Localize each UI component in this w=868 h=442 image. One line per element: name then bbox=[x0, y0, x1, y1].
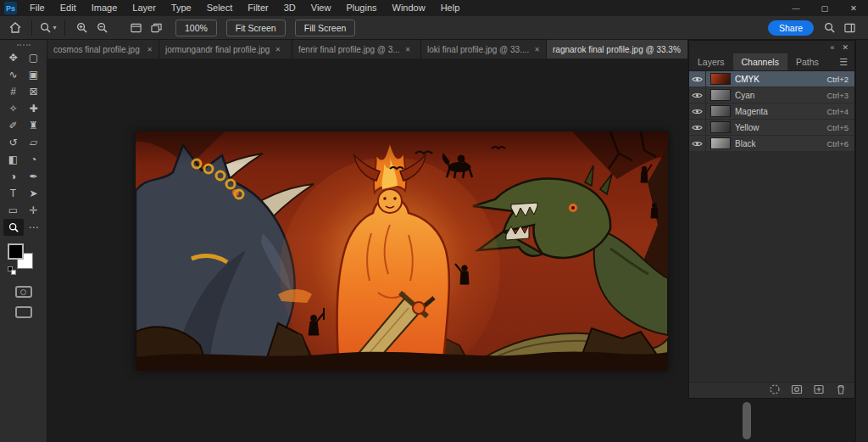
zoom-100-button[interactable]: 100% bbox=[175, 20, 217, 36]
menu-plugins[interactable]: Plugins bbox=[338, 0, 384, 16]
fit-screen-button[interactable]: Fit Screen bbox=[226, 20, 286, 36]
new-channel-button[interactable] bbox=[813, 383, 825, 397]
clone-stamp-tool[interactable]: ♜ bbox=[24, 117, 44, 134]
object-selection-tool[interactable]: ▣ bbox=[24, 66, 44, 83]
tab-close-icon[interactable]: ✕ bbox=[534, 46, 540, 53]
channel-row-cyan[interactable]: Cyan Ctrl+3 bbox=[689, 87, 854, 104]
share-button[interactable]: Share bbox=[768, 20, 814, 36]
search-button[interactable] bbox=[821, 19, 837, 37]
more-tools-button[interactable]: ⋯ bbox=[24, 219, 44, 236]
tools-grid: ✥ ▢ ∿ ▣ # ⊠ ✧ ✚ ✐ ♜ ↺ ▱ ◧ ◔ ◑ ✒ T ➤ ▭ ✛ … bbox=[0, 49, 47, 236]
dock-header: « ✕ bbox=[689, 41, 854, 53]
tab-close-icon[interactable]: ✕ bbox=[275, 46, 281, 53]
menu-window[interactable]: Window bbox=[385, 0, 433, 16]
visibility-toggle[interactable] bbox=[689, 136, 706, 151]
zoom-all-windows-button[interactable] bbox=[147, 19, 164, 37]
visibility-toggle[interactable] bbox=[689, 71, 706, 87]
vertical-scrollbar[interactable] bbox=[743, 402, 751, 439]
screen-mode-button[interactable] bbox=[15, 306, 32, 318]
eyedropper-tool[interactable]: ✧ bbox=[3, 100, 24, 117]
eye-icon bbox=[692, 124, 703, 131]
pen-tool[interactable]: ✒ bbox=[24, 168, 44, 185]
path-selection-tool[interactable]: ➤ bbox=[24, 185, 44, 202]
menu-filter[interactable]: Filter bbox=[240, 0, 275, 16]
marquee-tool[interactable]: ▢ bbox=[24, 49, 44, 66]
home-button[interactable] bbox=[7, 19, 24, 37]
blur-tool[interactable]: ◔ bbox=[24, 151, 44, 168]
type-tool[interactable]: T bbox=[3, 185, 24, 202]
default-colors-icon[interactable] bbox=[11, 270, 16, 275]
document-tab-bar: cosmos final profile.jpg @... ✕ jormunga… bbox=[47, 40, 688, 59]
tab-channels[interactable]: Channels bbox=[733, 53, 787, 70]
channel-row-yellow[interactable]: Yellow Ctrl+5 bbox=[689, 120, 854, 136]
eraser-tool[interactable]: ▱ bbox=[24, 134, 44, 151]
menu-type[interactable]: Type bbox=[164, 0, 199, 16]
resize-windows-button[interactable] bbox=[127, 19, 144, 37]
channels-panel: « ✕ Layers Channels Paths ☰ CMYK Ctrl+2 … bbox=[688, 40, 855, 399]
foreground-color-swatch[interactable] bbox=[8, 243, 24, 260]
save-selection-button[interactable] bbox=[791, 383, 803, 397]
menu-edit[interactable]: Edit bbox=[53, 0, 84, 16]
channel-name: Yellow bbox=[735, 123, 826, 132]
tab-loki[interactable]: loki final profile.jpg @ 33.... ✕ bbox=[421, 40, 547, 59]
shape-tool[interactable]: ▭ bbox=[3, 202, 24, 219]
lasso-tool[interactable]: ∿ bbox=[3, 66, 24, 83]
menu-3d[interactable]: 3D bbox=[276, 0, 303, 16]
menu-view[interactable]: View bbox=[303, 0, 339, 16]
collapse-panels-icon[interactable]: « bbox=[830, 43, 834, 52]
toolbar-grip[interactable] bbox=[17, 44, 31, 46]
tab-close-icon[interactable]: ✕ bbox=[405, 46, 411, 53]
tab-close-icon[interactable]: ✕ bbox=[147, 46, 153, 53]
maximize-icon[interactable]: ▢ bbox=[810, 0, 839, 16]
minimize-icon[interactable]: — bbox=[782, 0, 810, 16]
tab-cosmos[interactable]: cosmos final profile.jpg @... ✕ bbox=[47, 40, 159, 59]
tab-fenrir[interactable]: fenrir final profile.jpg @ 3... ✕ bbox=[292, 40, 421, 59]
quick-mask-button[interactable] bbox=[15, 286, 32, 298]
window-icon bbox=[131, 23, 142, 33]
eye-icon bbox=[692, 92, 703, 99]
crop-tool[interactable]: # bbox=[3, 83, 24, 100]
menu-image[interactable]: Image bbox=[84, 0, 125, 16]
workspace-button[interactable] bbox=[841, 19, 858, 37]
menu-file[interactable]: File bbox=[22, 0, 53, 16]
zoom-out-button[interactable] bbox=[93, 19, 110, 37]
channel-thumbnail bbox=[710, 137, 731, 149]
gradient-tool[interactable]: ◧ bbox=[3, 151, 24, 168]
menu-layer[interactable]: Layer bbox=[125, 0, 164, 16]
hand-tool[interactable]: ✛ bbox=[24, 202, 44, 219]
tab-label: loki final profile.jpg @ 33.... bbox=[427, 45, 529, 54]
tab-layers[interactable]: Layers bbox=[689, 53, 733, 70]
current-tool-indicator[interactable]: ▾ bbox=[40, 19, 57, 37]
dodge-tool[interactable]: ◑ bbox=[3, 168, 24, 185]
menu-help[interactable]: Help bbox=[433, 0, 468, 16]
close-panel-icon[interactable]: ✕ bbox=[842, 43, 849, 52]
channel-shortcut: Ctrl+2 bbox=[826, 75, 854, 84]
channel-name: Magenta bbox=[735, 107, 826, 116]
close-icon[interactable]: ✕ bbox=[839, 0, 868, 16]
zoom-in-button[interactable] bbox=[73, 19, 90, 37]
panel-menu-icon[interactable]: ☰ bbox=[839, 53, 854, 70]
channel-shortcut: Ctrl+3 bbox=[826, 91, 854, 100]
channel-row-black[interactable]: Black Ctrl+6 bbox=[689, 136, 854, 152]
frame-tool[interactable]: ⊠ bbox=[24, 83, 44, 100]
healing-brush-tool[interactable]: ✚ bbox=[24, 100, 44, 117]
menu-select[interactable]: Select bbox=[199, 0, 241, 16]
tab-ragnarok-active[interactable]: ragnarok final profile.jpg @ 33.3% (C bbox=[547, 40, 688, 59]
tab-label: fenrir final profile.jpg @ 3... bbox=[298, 45, 400, 54]
home-icon bbox=[9, 22, 21, 33]
channel-row-magenta[interactable]: Magenta Ctrl+4 bbox=[689, 104, 854, 120]
zoom-tool[interactable] bbox=[3, 219, 24, 236]
visibility-toggle[interactable] bbox=[689, 104, 706, 119]
tab-jormungandr[interactable]: jormungandr final profile.jpg ✕ bbox=[159, 40, 292, 59]
visibility-toggle[interactable] bbox=[689, 120, 706, 135]
history-brush-tool[interactable]: ↺ bbox=[3, 134, 24, 151]
visibility-toggle[interactable] bbox=[689, 87, 706, 103]
brush-tool[interactable]: ✐ bbox=[3, 117, 24, 134]
tab-paths[interactable]: Paths bbox=[787, 53, 827, 70]
delete-channel-button[interactable] bbox=[835, 383, 847, 397]
fill-screen-button[interactable]: Fill Screen bbox=[295, 20, 356, 36]
document-canvas[interactable] bbox=[136, 131, 668, 371]
channel-row-cmyk[interactable]: CMYK Ctrl+2 bbox=[689, 71, 854, 87]
move-tool[interactable]: ✥ bbox=[3, 49, 24, 66]
load-selection-button[interactable] bbox=[769, 383, 781, 397]
